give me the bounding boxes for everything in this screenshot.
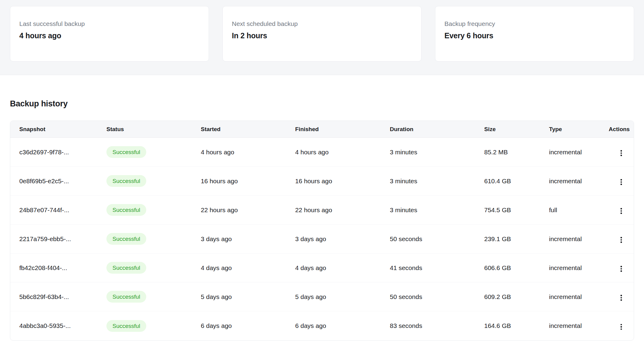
kebab-menu-icon <box>620 237 622 243</box>
snapshot-id: 24b87e07-744f-... <box>19 206 69 213</box>
card-value: In 2 hours <box>232 31 412 41</box>
snapshot-cell: fb42c208-f404-... <box>10 253 106 282</box>
status-cell: Successful <box>106 225 201 253</box>
status-cell: Successful <box>106 282 201 311</box>
snapshot-cell: 24b87e07-744f-... <box>10 196 106 225</box>
kebab-menu-icon <box>620 179 622 185</box>
row-actions-button[interactable] <box>617 292 626 303</box>
table-row: 5b6c829f-63b4-... Successful 5 days ago … <box>10 282 634 311</box>
actions-cell <box>609 138 634 167</box>
started-cell: 3 days ago <box>201 225 295 253</box>
snapshot-id: fb42c208-f404-... <box>19 264 67 271</box>
kebab-menu-icon <box>620 266 622 272</box>
started-cell: 16 hours ago <box>201 167 295 196</box>
type-cell: incremental <box>549 167 609 196</box>
snapshot-id: 0e8f69b5-e2c5-... <box>19 178 69 184</box>
finished-cell: 4 hours ago <box>295 138 390 167</box>
actions-cell <box>609 225 634 253</box>
status-badge: Successful <box>106 204 146 216</box>
type-cell: full <box>549 196 609 225</box>
column-header-finished: Finished <box>295 121 390 138</box>
status-cell: Successful <box>106 196 201 225</box>
snapshot-cell: c36d2697-9f78-... <box>10 138 106 167</box>
size-cell: 610.4 GB <box>484 167 549 196</box>
table-header-row: Snapshot Status Started Finished Duratio… <box>10 121 634 138</box>
finished-cell: 22 hours ago <box>295 196 390 225</box>
summary-cards: Last successful backup 4 hours ago Next … <box>10 6 634 61</box>
backup-history-section: Backup history Snapshot Status Started F… <box>0 99 644 346</box>
status-cell: Successful <box>106 311 201 340</box>
row-actions-button[interactable] <box>617 322 626 332</box>
card-next-scheduled-backup: Next scheduled backup In 2 hours <box>223 6 421 61</box>
column-header-type: Type <box>549 121 609 138</box>
column-header-started: Started <box>201 121 295 138</box>
started-cell: 6 days ago <box>201 311 295 340</box>
status-cell: Successful <box>106 138 201 167</box>
column-header-size: Size <box>484 121 549 138</box>
snapshot-id: c36d2697-9f78-... <box>19 149 69 156</box>
card-label: Next scheduled backup <box>232 20 412 28</box>
backup-history-title: Backup history <box>10 99 634 109</box>
row-actions-button[interactable] <box>617 234 626 245</box>
duration-cell: 3 minutes <box>390 167 484 196</box>
card-label: Last successful backup <box>19 20 200 28</box>
snapshot-cell: 2217a759-ebb5-... <box>10 225 106 253</box>
table-row: fb42c208-f404-... Successful 4 days ago … <box>10 253 634 282</box>
table-row: 0e8f69b5-e2c5-... Successful 16 hours ag… <box>10 167 634 196</box>
table-body: c36d2697-9f78-... Successful 4 hours ago… <box>10 138 634 340</box>
card-value: Every 6 hours <box>444 31 625 41</box>
actions-cell <box>609 196 634 225</box>
size-cell: 606.6 GB <box>484 253 549 282</box>
status-badge: Successful <box>106 233 146 245</box>
snapshot-id: 4abbc3a0-5935-... <box>19 322 71 329</box>
duration-cell: 50 seconds <box>390 225 484 253</box>
size-cell: 609.2 GB <box>484 282 549 311</box>
table-row: c36d2697-9f78-... Successful 4 hours ago… <box>10 138 634 167</box>
row-actions-button[interactable] <box>617 263 626 274</box>
row-actions-button[interactable] <box>617 206 626 216</box>
started-cell: 22 hours ago <box>201 196 295 225</box>
duration-cell: 50 seconds <box>390 282 484 311</box>
size-cell: 85.2 MB <box>484 138 549 167</box>
row-actions-button[interactable] <box>617 148 626 159</box>
card-backup-frequency: Backup frequency Every 6 hours <box>435 6 634 61</box>
duration-cell: 3 minutes <box>390 196 484 225</box>
table-row: 4abbc3a0-5935-... Successful 6 days ago … <box>10 311 634 340</box>
started-cell: 4 hours ago <box>201 138 295 167</box>
duration-cell: 83 seconds <box>390 311 484 340</box>
kebab-menu-icon <box>620 324 622 330</box>
status-badge: Successful <box>106 320 146 332</box>
snapshot-cell: 0e8f69b5-e2c5-... <box>10 167 106 196</box>
kebab-menu-icon <box>620 150 622 156</box>
status-badge: Successful <box>106 146 146 158</box>
table-row: 2217a759-ebb5-... Successful 3 days ago … <box>10 225 634 253</box>
started-cell: 5 days ago <box>201 282 295 311</box>
actions-cell <box>609 167 634 196</box>
snapshot-cell: 5b6c829f-63b4-... <box>10 282 106 311</box>
card-last-successful-backup: Last successful backup 4 hours ago <box>10 6 209 61</box>
summary-section: Last successful backup 4 hours ago Next … <box>0 0 644 75</box>
duration-cell: 41 seconds <box>390 253 484 282</box>
row-actions-button[interactable] <box>617 177 626 187</box>
size-cell: 239.1 GB <box>484 225 549 253</box>
finished-cell: 4 days ago <box>295 253 390 282</box>
finished-cell: 6 days ago <box>295 311 390 340</box>
actions-cell <box>609 282 634 311</box>
card-label: Backup frequency <box>444 20 625 28</box>
finished-cell: 3 days ago <box>295 225 390 253</box>
actions-cell <box>609 311 634 340</box>
started-cell: 4 days ago <box>201 253 295 282</box>
snapshot-id: 2217a759-ebb5-... <box>19 235 71 242</box>
type-cell: incremental <box>549 282 609 311</box>
kebab-menu-icon <box>620 295 622 301</box>
table-row: 24b87e07-744f-... Successful 22 hours ag… <box>10 196 634 225</box>
snapshot-cell: 4abbc3a0-5935-... <box>10 311 106 340</box>
kebab-menu-icon <box>620 208 622 214</box>
type-cell: incremental <box>549 311 609 340</box>
duration-cell: 3 minutes <box>390 138 484 167</box>
finished-cell: 16 hours ago <box>295 167 390 196</box>
status-badge: Successful <box>106 291 146 303</box>
status-badge: Successful <box>106 175 146 187</box>
status-cell: Successful <box>106 167 201 196</box>
size-cell: 754.5 GB <box>484 196 549 225</box>
